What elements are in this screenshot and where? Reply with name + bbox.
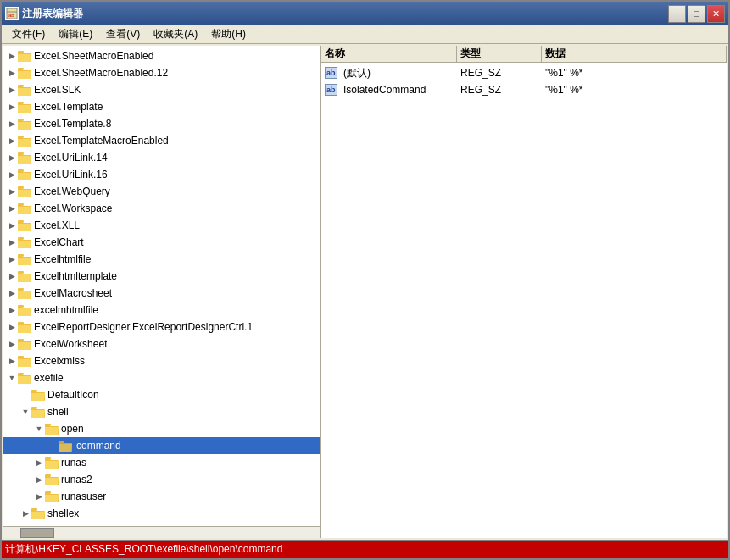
tree-arrow-open: ▼ — [34, 424, 44, 434]
tree-label-shellex: shellex — [47, 507, 79, 519]
right-item-isolated[interactable]: abIsolatedCommandREG_SZ"%1" %* — [321, 81, 727, 98]
tree-arrow-shellex: ▶ — [20, 508, 31, 518]
menu-view[interactable]: 查看(V) — [99, 26, 147, 43]
tree-label-excelhtmlfile: Excelhtmlfile — [34, 253, 91, 265]
menu-favorites[interactable]: 收藏夹(A) — [147, 26, 204, 43]
registry-values-list[interactable]: ab(默认)REG_SZ"%1" %*abIsolatedCommandREG_… — [321, 63, 727, 538]
tree-arrow-runasuser: ▶ — [34, 491, 44, 502]
tree-label-excelmacrosheet: ExcelMacrosheet — [34, 287, 112, 299]
tree-item-excel-template[interactable]: ▶ Excel.Template — [3, 98, 320, 115]
tree-arrow-excel-template8: ▶ — [7, 119, 17, 129]
tree-arrow-excel-template: ▶ — [7, 102, 17, 112]
maximize-button[interactable]: □ — [688, 5, 705, 23]
folder-icon-shell — [31, 406, 45, 418]
tree-item-excel-sheetmacro12[interactable]: ▶ Excel.SheetMacroEnabled.12 — [3, 64, 320, 81]
tree-item-excel-templatemacro[interactable]: ▶ Excel.TemplateMacroEnabled — [3, 132, 320, 149]
tree-arrow-excelxmlss: ▶ — [7, 356, 17, 366]
tree-label-excel-sheetmacro: Excel.SheetMacroEnabled — [34, 50, 153, 62]
menu-help[interactable]: 帮助(H) — [204, 26, 253, 43]
folder-icon-defaulticon — [31, 389, 45, 401]
tree-item-shell[interactable]: ▼ shell — [3, 403, 320, 420]
tree-label-excelxmlss: Excelxmlss — [34, 355, 85, 367]
tree-item-excel-template8[interactable]: ▶ Excel.Template.8 — [3, 115, 320, 132]
tree-label-runas: runas — [61, 457, 86, 469]
status-text: 计算机\HKEY_CLASSES_ROOT\exefile\shell\open… — [5, 542, 282, 557]
tree-label-excel-template8: Excel.Template.8 — [34, 118, 111, 130]
svg-text:ab: ab — [8, 13, 14, 18]
folder-icon-excelmhtmlfile — [18, 304, 31, 316]
value-data-isolated: "%1" %* — [545, 84, 723, 96]
value-icon-default: ab — [325, 67, 342, 79]
title-bar: ab 注册表编辑器 ─ □ ✕ — [2, 2, 728, 25]
tree-item-runasuser[interactable]: ▶ runasuser — [3, 488, 320, 505]
tree-arrow-defaulticon — [20, 390, 31, 400]
tree-arrow-runas: ▶ — [34, 457, 44, 468]
tree-arrow-excel-sheetmacro: ▶ — [7, 51, 17, 61]
tree-item-excelchart[interactable]: ▶ ExcelChart — [3, 234, 320, 251]
folder-icon-excel-webquery — [18, 186, 31, 197]
folder-icon-excelxmlss — [18, 355, 31, 367]
tree-label-excelreport: ExcelReportDesigner.ExcelReportDesignerC… — [34, 321, 253, 333]
tree-arrow-command — [47, 441, 58, 451]
title-buttons: ─ □ ✕ — [668, 5, 725, 23]
menu-file[interactable]: 文件(F) — [5, 26, 52, 43]
value-name-isolated: IsolatedCommand — [343, 84, 460, 96]
tree-item-excelreport[interactable]: ▶ ExcelReportDesigner.ExcelReportDesigne… — [3, 319, 320, 335]
tree-item-excel-xll[interactable]: ▶ Excel.XLL — [3, 217, 320, 234]
tree-item-excelworksheet[interactable]: ▶ ExcelWorksheet — [3, 335, 320, 352]
right-header: 名称 类型 数据 — [321, 46, 727, 63]
tree-label-runasuser: runasuser — [61, 491, 106, 502]
tree-item-excelmacrosheet[interactable]: ▶ ExcelMacrosheet — [3, 285, 320, 302]
tree-item-excel-sheetmacro[interactable]: ▶ Excel.SheetMacroEnabled — [3, 47, 320, 64]
tree-item-excelxmlss[interactable]: ▶ Excelxmlss — [3, 352, 320, 369]
value-type-isolated: REG_SZ — [460, 84, 545, 96]
tree-item-excel-slk[interactable]: ▶ Excel.SLK — [3, 81, 320, 98]
tree-item-runas[interactable]: ▶ runas — [3, 454, 320, 471]
folder-icon-excelmacrosheet — [18, 287, 31, 299]
tree-label-runas2: runas2 — [61, 474, 92, 485]
tree-label-excelchart: ExcelChart — [34, 236, 84, 248]
tree-item-excelhtmlfile[interactable]: ▶ Excelhtmlfile — [3, 251, 320, 268]
tree-label-excelmhtmlfile: excelmhtmlfile — [34, 304, 98, 316]
tree-item-exefile[interactable]: ▼ exefile — [3, 369, 320, 386]
app-icon: ab — [5, 7, 19, 20]
folder-icon-excelhtmlfile — [18, 253, 31, 265]
horizontal-scrollbar[interactable] — [3, 526, 320, 538]
tree-item-defaulticon[interactable]: DefaultIcon — [3, 386, 320, 403]
close-button[interactable]: ✕ — [707, 5, 725, 23]
tree-label-exefile: exefile — [34, 372, 64, 384]
folder-icon-excel-workspace — [18, 202, 31, 214]
menu-edit[interactable]: 编辑(E) — [52, 26, 99, 43]
folder-icon-excel-templatemacro — [18, 135, 31, 147]
tree-item-excel-urilink16[interactable]: ▶ Excel.UriLink.16 — [3, 166, 320, 183]
tree-item-excel-workspace[interactable]: ▶ Excel.Workspace — [3, 200, 320, 217]
minimize-button[interactable]: ─ — [668, 5, 686, 23]
tree-item-command[interactable]: command — [3, 437, 320, 454]
right-item-default[interactable]: ab(默认)REG_SZ"%1" %* — [321, 64, 727, 81]
scroll-track[interactable] — [3, 527, 320, 539]
status-bar: 计算机\HKEY_CLASSES_ROOT\exefile\shell\open… — [2, 540, 728, 558]
tree-arrow-excel-slk: ▶ — [7, 85, 17, 95]
scroll-thumb[interactable] — [20, 528, 54, 538]
tree-label-excel-sheetmacro12: Excel.SheetMacroEnabled.12 — [34, 67, 168, 79]
value-type-default: REG_SZ — [460, 67, 545, 79]
tree-label-defaulticon: DefaultIcon — [47, 389, 99, 401]
registry-tree[interactable]: ▶ Excel.SheetMacroEnabled▶ Excel.SheetMa… — [3, 46, 320, 526]
tree-label-excel-templatemacro: Excel.TemplateMacroEnabled — [34, 135, 169, 147]
folder-icon-runas2 — [45, 474, 59, 485]
menu-bar: 文件(F) 编辑(E) 查看(V) 收藏夹(A) 帮助(H) — [2, 25, 728, 44]
tree-item-runas2[interactable]: ▶ runas2 — [3, 471, 320, 488]
tree-label-excel-urilink14: Excel.UriLink.14 — [34, 152, 108, 164]
tree-item-excel-webquery[interactable]: ▶ Excel.WebQuery — [3, 183, 320, 200]
value-data-default: "%1" %* — [545, 67, 723, 79]
col-type-header: 类型 — [457, 46, 542, 62]
tree-arrow-excel-urilink14: ▶ — [7, 152, 17, 163]
tree-item-excelmhtmlfile[interactable]: ▶ excelmhtmlfile — [3, 302, 320, 319]
folder-icon-excel-sheetmacro — [18, 50, 31, 62]
tree-item-excel-urilink14[interactable]: ▶ Excel.UriLink.14 — [3, 149, 320, 166]
tree-arrow-excel-workspace: ▶ — [7, 203, 17, 213]
tree-item-open[interactable]: ▼ open — [3, 420, 320, 437]
tree-item-excelhtmltemplate[interactable]: ▶ Excelhtmltemplate — [3, 268, 320, 285]
folder-icon-excel-xll — [18, 219, 31, 231]
tree-item-shellex[interactable]: ▶ shellex — [3, 505, 320, 522]
